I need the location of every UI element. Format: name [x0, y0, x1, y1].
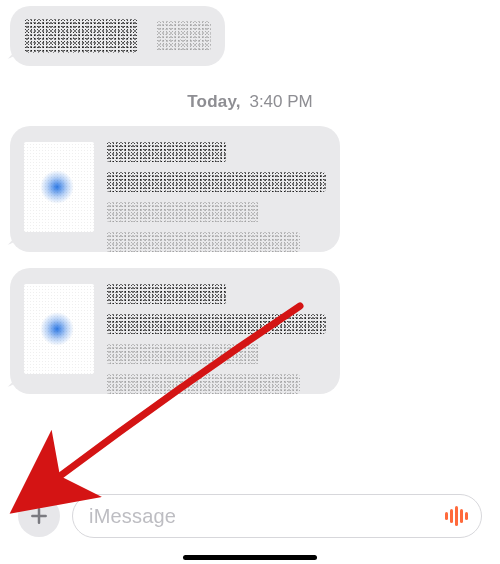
- redacted-content: [106, 136, 326, 252]
- plus-button[interactable]: [18, 495, 60, 537]
- redacted-text: [24, 19, 138, 53]
- redacted-line: [106, 284, 227, 304]
- attachment-thumbnail[interactable]: [24, 284, 94, 374]
- redacted-content: [106, 278, 326, 394]
- separator-time: 3:40 PM: [249, 92, 312, 111]
- audio-waveform-icon[interactable]: [443, 506, 469, 526]
- redacted-line: [106, 374, 300, 394]
- redacted-text: [156, 21, 211, 51]
- redacted-line: [106, 172, 326, 192]
- thumbnail-content: [40, 312, 74, 346]
- redacted-line: [106, 344, 260, 364]
- redacted-line: [106, 232, 300, 252]
- message-bubble[interactable]: [10, 268, 340, 394]
- redacted-line: [106, 314, 326, 334]
- composer-bar: iMessage: [0, 494, 500, 538]
- message-bubble[interactable]: [10, 6, 225, 66]
- thumbnail-content: [40, 170, 74, 204]
- message-input[interactable]: iMessage: [72, 494, 482, 538]
- attachment-thumbnail[interactable]: [24, 142, 94, 232]
- message-placeholder: iMessage: [89, 505, 176, 528]
- redacted-line: [106, 202, 260, 222]
- home-indicator[interactable]: [183, 555, 317, 560]
- message-bubble[interactable]: [10, 126, 340, 252]
- messages-screen: Today, 3:40 PM: [0, 6, 500, 564]
- plus-icon: [29, 506, 49, 526]
- timestamp-separator: Today, 3:40 PM: [0, 92, 500, 112]
- separator-day: Today,: [187, 92, 240, 111]
- redacted-line: [106, 142, 227, 162]
